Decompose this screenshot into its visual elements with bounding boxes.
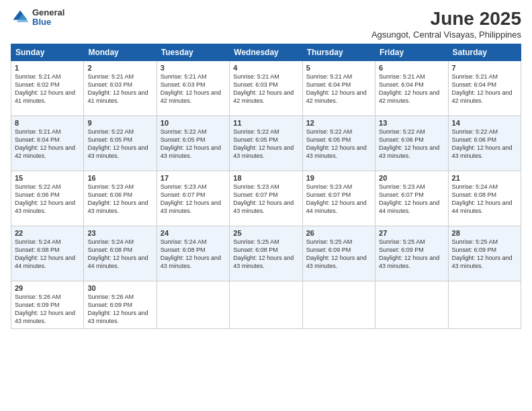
day-number: 30 xyxy=(87,284,152,292)
table-row: 18 Sunrise: 5:23 AMSunset: 6:07 PMDaylig… xyxy=(230,171,302,226)
calendar-week-row: 1 Sunrise: 5:21 AMSunset: 6:02 PMDayligh… xyxy=(11,61,521,116)
logo-general-label: General xyxy=(32,8,64,17)
day-number: 27 xyxy=(379,229,444,237)
header-sunday: Sunday xyxy=(11,44,84,61)
calendar-table: Sunday Monday Tuesday Wednesday Thursday… xyxy=(11,44,521,329)
table-row: 9 Sunrise: 5:22 AMSunset: 6:05 PMDayligh… xyxy=(84,116,157,171)
header-monday: Monday xyxy=(84,44,157,61)
day-number: 24 xyxy=(161,229,226,237)
table-row: 10 Sunrise: 5:22 AMSunset: 6:05 PMDaylig… xyxy=(157,116,229,171)
header-saturday: Saturday xyxy=(448,44,521,61)
table-row: 13 Sunrise: 5:22 AMSunset: 6:06 PMDaylig… xyxy=(375,116,448,171)
day-info: Sunrise: 5:24 AMSunset: 6:08 PMDaylight:… xyxy=(161,238,221,269)
table-row: 16 Sunrise: 5:23 AMSunset: 6:06 PMDaylig… xyxy=(84,171,157,226)
table-row xyxy=(157,281,229,329)
table-row xyxy=(448,281,521,329)
day-info: Sunrise: 5:21 AMSunset: 6:04 PMDaylight:… xyxy=(452,73,513,104)
day-info: Sunrise: 5:22 AMSunset: 6:05 PMDaylight:… xyxy=(233,128,294,159)
header-friday: Friday xyxy=(375,44,448,61)
table-row: 7 Sunrise: 5:21 AMSunset: 6:04 PMDayligh… xyxy=(448,61,521,116)
table-row: 28 Sunrise: 5:25 AMSunset: 6:09 PMDaylig… xyxy=(448,226,521,281)
day-info: Sunrise: 5:21 AMSunset: 6:02 PMDaylight:… xyxy=(15,73,75,104)
table-row: 1 Sunrise: 5:21 AMSunset: 6:02 PMDayligh… xyxy=(11,61,84,116)
table-row: 30 Sunrise: 5:26 AMSunset: 6:09 PMDaylig… xyxy=(84,281,157,329)
table-row: 6 Sunrise: 5:21 AMSunset: 6:04 PMDayligh… xyxy=(375,61,448,116)
day-info: Sunrise: 5:23 AMSunset: 6:07 PMDaylight:… xyxy=(161,183,221,214)
calendar-week-row: 8 Sunrise: 5:21 AMSunset: 6:04 PMDayligh… xyxy=(11,116,521,171)
table-row xyxy=(375,281,448,329)
table-row: 5 Sunrise: 5:21 AMSunset: 6:04 PMDayligh… xyxy=(302,61,375,116)
table-row: 22 Sunrise: 5:24 AMSunset: 6:08 PMDaylig… xyxy=(11,226,84,281)
day-number: 2 xyxy=(87,64,152,72)
table-row xyxy=(302,281,375,329)
day-info: Sunrise: 5:21 AMSunset: 6:04 PMDaylight:… xyxy=(15,128,75,159)
header-tuesday: Tuesday xyxy=(157,44,229,61)
table-row: 4 Sunrise: 5:21 AMSunset: 6:03 PMDayligh… xyxy=(230,61,302,116)
day-info: Sunrise: 5:23 AMSunset: 6:07 PMDaylight:… xyxy=(379,183,439,214)
day-info: Sunrise: 5:24 AMSunset: 6:08 PMDaylight:… xyxy=(15,238,75,269)
day-info: Sunrise: 5:22 AMSunset: 6:06 PMDaylight:… xyxy=(15,183,75,214)
table-row: 19 Sunrise: 5:23 AMSunset: 6:07 PMDaylig… xyxy=(302,171,375,226)
table-row: 2 Sunrise: 5:21 AMSunset: 6:03 PMDayligh… xyxy=(84,61,157,116)
day-info: Sunrise: 5:24 AMSunset: 6:08 PMDaylight:… xyxy=(452,183,513,214)
day-number: 3 xyxy=(161,64,226,72)
day-info: Sunrise: 5:22 AMSunset: 6:05 PMDaylight:… xyxy=(306,128,367,159)
day-number: 6 xyxy=(379,64,444,72)
day-number: 11 xyxy=(233,119,298,127)
table-row: 8 Sunrise: 5:21 AMSunset: 6:04 PMDayligh… xyxy=(11,116,84,171)
day-number: 1 xyxy=(15,64,80,72)
logo-icon xyxy=(11,8,30,27)
day-info: Sunrise: 5:21 AMSunset: 6:04 PMDaylight:… xyxy=(379,73,439,104)
location-subtitle: Agsungot, Central Visayas, Philippines xyxy=(371,30,521,40)
table-row: 25 Sunrise: 5:25 AMSunset: 6:08 PMDaylig… xyxy=(230,226,302,281)
table-row: 29 Sunrise: 5:26 AMSunset: 6:09 PMDaylig… xyxy=(11,281,84,329)
table-row: 24 Sunrise: 5:24 AMSunset: 6:08 PMDaylig… xyxy=(157,226,229,281)
day-number: 26 xyxy=(306,229,371,237)
day-info: Sunrise: 5:26 AMSunset: 6:09 PMDaylight:… xyxy=(15,293,75,324)
table-row: 20 Sunrise: 5:23 AMSunset: 6:07 PMDaylig… xyxy=(375,171,448,226)
day-number: 4 xyxy=(233,64,298,72)
day-info: Sunrise: 5:23 AMSunset: 6:07 PMDaylight:… xyxy=(306,183,367,214)
table-row: 3 Sunrise: 5:21 AMSunset: 6:03 PMDayligh… xyxy=(157,61,229,116)
title-block: June 2025 Agsungot, Central Visayas, Phi… xyxy=(371,8,521,40)
day-info: Sunrise: 5:25 AMSunset: 6:09 PMDaylight:… xyxy=(452,238,513,269)
logo-blue-label: Blue xyxy=(32,17,64,27)
day-info: Sunrise: 5:21 AMSunset: 6:03 PMDaylight:… xyxy=(233,73,294,104)
day-number: 29 xyxy=(15,284,80,292)
day-info: Sunrise: 5:23 AMSunset: 6:07 PMDaylight:… xyxy=(233,183,294,214)
table-row: 14 Sunrise: 5:22 AMSunset: 6:06 PMDaylig… xyxy=(448,116,521,171)
day-number: 25 xyxy=(233,229,298,237)
day-number: 12 xyxy=(306,119,371,127)
table-row: 23 Sunrise: 5:24 AMSunset: 6:08 PMDaylig… xyxy=(84,226,157,281)
table-row: 26 Sunrise: 5:25 AMSunset: 6:09 PMDaylig… xyxy=(302,226,375,281)
day-info: Sunrise: 5:22 AMSunset: 6:05 PMDaylight:… xyxy=(161,128,221,159)
month-title: June 2025 xyxy=(371,8,521,30)
day-number: 8 xyxy=(15,119,80,127)
day-number: 22 xyxy=(15,229,80,237)
day-number: 16 xyxy=(87,174,152,182)
day-number: 23 xyxy=(87,229,152,237)
day-info: Sunrise: 5:24 AMSunset: 6:08 PMDaylight:… xyxy=(87,238,148,269)
day-info: Sunrise: 5:26 AMSunset: 6:09 PMDaylight:… xyxy=(87,293,148,324)
day-number: 19 xyxy=(306,174,371,182)
weekday-header-row: Sunday Monday Tuesday Wednesday Thursday… xyxy=(11,44,521,61)
day-info: Sunrise: 5:22 AMSunset: 6:06 PMDaylight:… xyxy=(452,128,513,159)
table-row xyxy=(230,281,302,329)
header: General Blue June 2025 Agsungot, Central… xyxy=(11,8,521,40)
calendar-week-row: 29 Sunrise: 5:26 AMSunset: 6:09 PMDaylig… xyxy=(11,281,521,329)
day-info: Sunrise: 5:21 AMSunset: 6:04 PMDaylight:… xyxy=(306,73,367,104)
day-number: 14 xyxy=(452,119,517,127)
header-thursday: Thursday xyxy=(302,44,375,61)
day-number: 20 xyxy=(379,174,444,182)
table-row: 12 Sunrise: 5:22 AMSunset: 6:05 PMDaylig… xyxy=(302,116,375,171)
day-number: 18 xyxy=(233,174,298,182)
calendar-week-row: 22 Sunrise: 5:24 AMSunset: 6:08 PMDaylig… xyxy=(11,226,521,281)
table-row: 11 Sunrise: 5:22 AMSunset: 6:05 PMDaylig… xyxy=(230,116,302,171)
day-info: Sunrise: 5:25 AMSunset: 6:08 PMDaylight:… xyxy=(233,238,294,269)
day-number: 7 xyxy=(452,64,517,72)
table-row: 27 Sunrise: 5:25 AMSunset: 6:09 PMDaylig… xyxy=(375,226,448,281)
day-info: Sunrise: 5:25 AMSunset: 6:09 PMDaylight:… xyxy=(379,238,439,269)
day-number: 13 xyxy=(379,119,444,127)
day-info: Sunrise: 5:25 AMSunset: 6:09 PMDaylight:… xyxy=(306,238,367,269)
table-row: 17 Sunrise: 5:23 AMSunset: 6:07 PMDaylig… xyxy=(157,171,229,226)
